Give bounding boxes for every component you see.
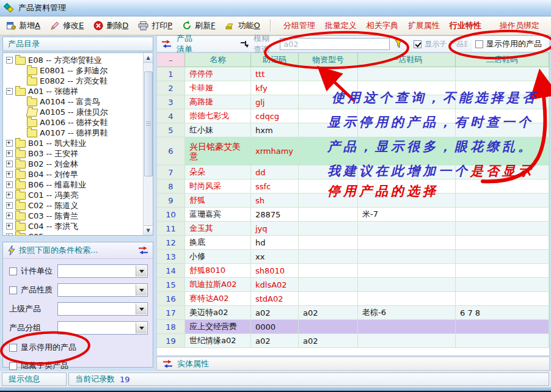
tree-item[interactable]: C01 -- 冯美亮 <box>3 190 153 200</box>
table-row[interactable]: 12换底hd <box>157 236 549 250</box>
table-row[interactable]: 3高路捷glj <box>157 95 549 109</box>
checkbox-icon[interactable] <box>475 40 483 48</box>
swap-icon[interactable] <box>161 40 172 48</box>
collapse-minus-icon[interactable] <box>6 88 13 95</box>
tree-item[interactable]: C04 -- 李洪飞 <box>3 221 153 231</box>
tree-item[interactable]: C03 -- 陈青兰 <box>3 211 153 221</box>
toolbar-button-label: 打印P <box>151 20 172 31</box>
table-row[interactable]: 18应上交经营费0000 <box>157 320 549 334</box>
table-row[interactable]: 13小修xx <box>157 250 549 264</box>
tree-scrollbar[interactable]: ▲ ▼ <box>143 53 153 235</box>
table-row[interactable]: 17美迈特a02a02a02老棕-66 7 8 <box>157 306 549 320</box>
toolbar-button-refresh[interactable]: 刷新F <box>182 20 215 31</box>
row-number-cell: 16 <box>157 292 185 306</box>
table-row[interactable]: 2卡菲娅kfy <box>157 81 549 95</box>
tree-item[interactable]: C05 -- <box>3 231 153 236</box>
menu-link-5[interactable]: 操作员绑定 <box>500 20 539 31</box>
table-row[interactable]: 4崇德七彩戈cdqcg <box>157 109 549 123</box>
filter-combo-3[interactable] <box>57 321 148 335</box>
tree-item[interactable]: B03 -- 王安祥 <box>3 148 153 159</box>
expand-plus-icon[interactable] <box>6 192 13 198</box>
expand-plus-icon[interactable] <box>6 202 13 209</box>
tree-item[interactable]: B02 -- 刘金林 <box>3 159 153 169</box>
table-row[interactable]: 5红小妹hxm <box>157 123 549 137</box>
filter-combo-2[interactable] <box>57 302 148 316</box>
table-cell: cdqcg <box>251 109 299 123</box>
menu-link-4[interactable]: 行业特性 <box>450 20 481 31</box>
expand-plus-icon[interactable] <box>6 140 13 147</box>
dropdown-button[interactable] <box>136 285 147 296</box>
checkbox-icon[interactable] <box>9 267 17 275</box>
expand-plus-icon[interactable] <box>6 181 13 188</box>
scroll-up-icon[interactable]: ▲ <box>144 53 153 63</box>
scroll-thumb[interactable] <box>144 71 153 176</box>
tree-item[interactable]: A0107 -- 德祥男鞋 <box>3 128 153 138</box>
expand-plus-icon[interactable] <box>6 161 13 167</box>
table-cell: 赛特达A02 <box>185 292 251 306</box>
filter-hide-subclass-checkbox[interactable]: 隐藏子类产品 <box>9 360 153 371</box>
tree-item[interactable]: C02 -- 陈道义 <box>3 200 153 211</box>
show-sub-catalog-checkbox[interactable]: 显示子 产品目录相关 <box>414 39 467 49</box>
table-cell <box>358 165 456 180</box>
chevron-down-icon <box>139 308 144 311</box>
goto-icon <box>239 40 249 48</box>
checkbox-icon[interactable] <box>9 286 17 294</box>
table-row[interactable]: 8时尚风采ssfc <box>157 180 549 194</box>
table-row[interactable]: 15凯迪拉斯A02kdlsA02 <box>157 278 549 292</box>
expand-plus-icon[interactable] <box>6 223 13 230</box>
tree-item[interactable]: B04 -- 刘传早 <box>3 169 153 180</box>
toolbar-button-func[interactable]: 功能O <box>225 20 260 31</box>
tree-item[interactable]: A01 -- 张德祥 <box>3 86 153 96</box>
menu-link-2[interactable]: 相关字典 <box>367 20 398 31</box>
checkbox-icon[interactable] <box>9 344 17 352</box>
menu-link-0[interactable]: 分组管理 <box>283 20 315 31</box>
tree-item[interactable]: E0801 -- 多邦迪尔 <box>3 65 153 76</box>
table-row[interactable]: 16赛特达A02stdA02 <box>157 292 549 306</box>
expand-plus-icon[interactable] <box>6 171 13 178</box>
filter-funnel-icon[interactable] <box>395 39 403 49</box>
tree-item[interactable]: E0802 -- 方亮女鞋 <box>3 76 153 86</box>
swap-icon[interactable] <box>138 246 148 255</box>
table-row[interactable]: 10蓝珊嘉宾28875米-7 <box>157 208 549 222</box>
table-row[interactable]: 1停停停ttt <box>157 67 549 81</box>
table-row[interactable]: 7朵朵dd <box>157 165 549 180</box>
table-row[interactable]: 11金玉其jyq <box>157 222 549 236</box>
menu-link-3[interactable]: 扩展属性 <box>408 20 440 31</box>
show-stopped-products-checkbox[interactable]: 显示停用的产品 <box>472 37 545 51</box>
expand-plus-icon[interactable] <box>6 150 13 157</box>
tree-item[interactable]: A0106 -- 德祥女鞋 <box>3 117 153 128</box>
tree-item[interactable]: A0105 -- 康佳贝尔 <box>3 107 153 117</box>
dropdown-button[interactable] <box>136 303 147 314</box>
filter-show-stopped-checkbox[interactable]: 显示停用的产品 <box>9 342 153 353</box>
table-row[interactable]: 6兴日铭豪艾美意xrmhamy <box>157 137 549 165</box>
tree-item[interactable]: E08 -- 方亮华贸鞋业 <box>3 55 153 65</box>
filter-combo-1[interactable] <box>57 283 148 297</box>
add-icon <box>6 21 16 31</box>
row-number-cell: 12 <box>157 236 185 250</box>
table-row[interactable]: 9舒狐sh <box>157 194 549 208</box>
table-row[interactable]: 19世纪情缘a02a02a02 <box>157 334 549 348</box>
dropdown-button[interactable] <box>136 322 147 333</box>
table-cell: 金玉其 <box>185 222 251 236</box>
checkbox-icon[interactable] <box>9 362 17 370</box>
collapse-minus-icon[interactable] <box>6 57 13 64</box>
dropdown-button[interactable] <box>136 266 147 277</box>
tree-item[interactable]: A0104 -- 富贵鸟 <box>3 96 153 107</box>
swap-icon[interactable] <box>162 360 173 368</box>
scroll-down-icon[interactable]: ▼ <box>144 225 153 235</box>
tree-item[interactable]: B06 -- 维嘉鞋业 <box>3 180 153 190</box>
expand-plus-icon[interactable] <box>6 233 13 236</box>
filter-combo-0[interactable] <box>57 264 148 278</box>
toolbar-button-print[interactable]: 打印P <box>138 20 172 31</box>
entity-attributes-bar[interactable]: 实体属性 <box>156 357 550 371</box>
checkbox-checked-icon[interactable] <box>414 40 421 48</box>
tree-item[interactable]: B01 -- 凯大鞋业 <box>3 138 153 148</box>
table-row[interactable]: 14舒狐8010sh8010 <box>157 264 549 278</box>
menu-link-1[interactable]: 批量定义 <box>325 20 357 31</box>
expand-plus-icon[interactable] <box>6 212 13 219</box>
toolbar-button-add[interactable]: 新增A <box>6 20 40 31</box>
fuzzy-query-input[interactable] <box>280 38 390 50</box>
toolbar-button-edit[interactable]: 修改E <box>50 20 84 31</box>
filter-row-1: 产品性质 <box>9 283 148 297</box>
toolbar-button-del[interactable]: 删除D <box>93 20 128 31</box>
